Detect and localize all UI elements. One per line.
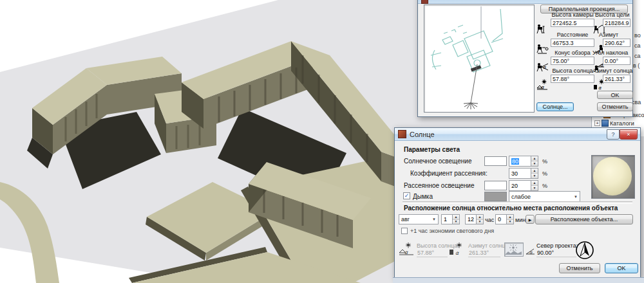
separator xyxy=(402,201,632,204)
field-label: Азимут солнца xyxy=(592,68,630,74)
sunlight-label: Солнечное освещение xyxy=(404,158,471,165)
project-north-field[interactable]: 90.00° xyxy=(536,250,576,257)
sun-altitude-field[interactable]: 57.88° xyxy=(551,75,594,83)
spin-down-icon[interactable]: ▼ xyxy=(531,161,538,166)
field-label: Высота цели xyxy=(595,12,630,18)
sun-symbol xyxy=(464,103,478,109)
location-section-title: Расположение солнца относительно места р… xyxy=(404,205,618,212)
help-button[interactable]: ? xyxy=(607,129,620,140)
tree-item-fragment[interactable]: в ( xyxy=(633,62,639,69)
horizon-thumbnail xyxy=(504,242,524,257)
scatter-spinner[interactable]: 30 ▲▼ xyxy=(509,168,538,179)
minute-unit-label: мин xyxy=(515,217,526,223)
haze-checkbox[interactable]: ✓ xyxy=(403,192,410,199)
sun-azimuth-readout: 261.33° xyxy=(468,250,500,257)
spin-down-icon[interactable]: ▼ xyxy=(507,220,513,224)
ambient-spinner[interactable]: 20 ▲▼ xyxy=(509,180,538,191)
distance-field[interactable]: 46753.3 xyxy=(551,39,594,47)
object-location-button[interactable]: Расположение объекта... xyxy=(535,214,633,224)
camera-height-icon xyxy=(536,24,549,34)
tilt-angle-field[interactable]: 0.00° xyxy=(603,57,630,65)
sun-dialog-title: Солнце xyxy=(410,131,435,138)
tree-item-fragment[interactable]: во xyxy=(634,32,641,39)
ambient-value[interactable]: 20 xyxy=(509,180,531,191)
preview-sphere xyxy=(593,157,632,196)
field-label: Расстояние xyxy=(551,32,594,38)
sun-dialog: Солнце ? × Параметры света Солнечное осв… xyxy=(394,127,641,278)
spin-up-icon[interactable]: ▲ xyxy=(531,169,538,174)
svg-text:α: α xyxy=(529,250,533,255)
cancel-button[interactable]: Отменить xyxy=(559,263,600,273)
north-angle-icon: α xyxy=(526,248,536,255)
background-window-edge xyxy=(393,277,644,283)
plan-preview[interactable] xyxy=(424,5,535,113)
projection-dialog-titlebar[interactable] xyxy=(418,0,632,4)
dst-checkbox[interactable] xyxy=(401,228,408,234)
ok-button[interactable]: OK xyxy=(597,91,633,99)
spin-up-icon[interactable]: ▲ xyxy=(531,156,538,161)
close-button[interactable]: × xyxy=(620,129,638,140)
azimuth-field[interactable]: 290.62° xyxy=(603,39,630,47)
spin-down-icon[interactable]: ▼ xyxy=(531,174,538,178)
dst-label: +1 час экономии светового дня xyxy=(410,228,494,234)
hour-value[interactable]: 12 xyxy=(465,214,477,224)
scatter-value[interactable]: 30 xyxy=(509,168,531,179)
catalog-icon xyxy=(601,120,609,127)
tree-item-catalogs[interactable]: + Каталоги xyxy=(594,120,634,127)
sun-dialog-icon xyxy=(398,130,406,138)
spin-down-icon[interactable]: ▼ xyxy=(477,220,483,224)
tree-item-fragment[interactable]: са xyxy=(634,42,641,49)
sun-preview xyxy=(591,155,635,199)
chevron-down-icon: ▼ xyxy=(432,217,436,221)
minute-value[interactable]: 0 xyxy=(495,214,507,224)
sun-settings-button[interactable]: Солнце... xyxy=(536,102,574,111)
hour-spinner[interactable]: 12 ▲▼ xyxy=(465,214,484,224)
sunlight-color-swatch[interactable] xyxy=(484,156,507,166)
svg-text:α: α xyxy=(598,86,602,90)
ambient-color-swatch[interactable] xyxy=(484,181,507,190)
haze-label: Дымка xyxy=(413,193,433,200)
ambient-label: Рассеянное освещение xyxy=(404,182,475,189)
haze-level-value: слабое xyxy=(511,194,531,200)
haze-level-dropdown[interactable]: слабое ▼ xyxy=(509,191,580,202)
spin-down-icon[interactable]: ▼ xyxy=(531,186,538,190)
spin-down-icon[interactable]: ▼ xyxy=(453,220,459,224)
svg-text:α: α xyxy=(404,250,408,255)
cancel-button[interactable]: Отменить xyxy=(597,102,633,111)
play-button[interactable]: ▶ xyxy=(526,215,535,224)
expander-icon[interactable]: + xyxy=(594,120,600,126)
view-cone-field[interactable]: 75.00° xyxy=(551,57,594,65)
projection-dialog: Параллельная проекция... Высота камеры 2… xyxy=(417,0,633,117)
scatter-label: Коэффициент рассеяния: xyxy=(410,170,488,177)
spin-up-icon[interactable]: ▲ xyxy=(531,181,538,186)
projection-dialog-icon xyxy=(421,0,428,4)
projection-row: α Высота солнца 57.88° α Азимут солнца 2… xyxy=(536,73,630,91)
tree-item-label: Каталоги xyxy=(610,120,634,127)
tree-item-fragment[interactable]: са xyxy=(634,53,641,59)
sunlight-spinner[interactable]: 80 ▲▼ xyxy=(509,156,538,167)
ok-button[interactable]: OK xyxy=(605,263,638,273)
field-label: Высота камеры xyxy=(551,12,594,18)
tree-item-fragment[interactable]: сва xyxy=(632,99,641,105)
field-label: Азимут xyxy=(599,32,630,38)
field-label: Угол наклона xyxy=(592,50,630,56)
sun-altitude-readout: 57.88° xyxy=(417,250,448,257)
day-spinner[interactable]: 1 ▲▼ xyxy=(441,214,460,224)
distance-icon xyxy=(536,44,549,54)
svg-text:α: α xyxy=(455,250,459,255)
camera-height-field[interactable]: 272452.5 xyxy=(551,19,594,27)
target-height-field[interactable]: 218284.9 xyxy=(603,19,630,27)
sun-azimuth-field[interactable]: 261.33° xyxy=(603,75,630,83)
sun-azimuth-icon: α xyxy=(449,242,466,255)
minute-spinner[interactable]: 0 ▲▼ xyxy=(495,214,514,224)
scatter-unit: % xyxy=(542,170,547,177)
light-section-title: Параметры света xyxy=(404,146,460,153)
compass-north-icon xyxy=(574,240,595,260)
day-value[interactable]: 1 xyxy=(441,214,453,224)
month-dropdown[interactable]: авг ▼ xyxy=(399,214,439,224)
project-north-label: Север проекта: xyxy=(536,242,578,249)
sunlight-value[interactable]: 80 xyxy=(511,158,519,165)
sun-dialog-titlebar[interactable]: Солнце ? × xyxy=(395,128,640,141)
haze-color-swatch[interactable] xyxy=(484,192,507,201)
check-icon: ✓ xyxy=(404,193,410,199)
